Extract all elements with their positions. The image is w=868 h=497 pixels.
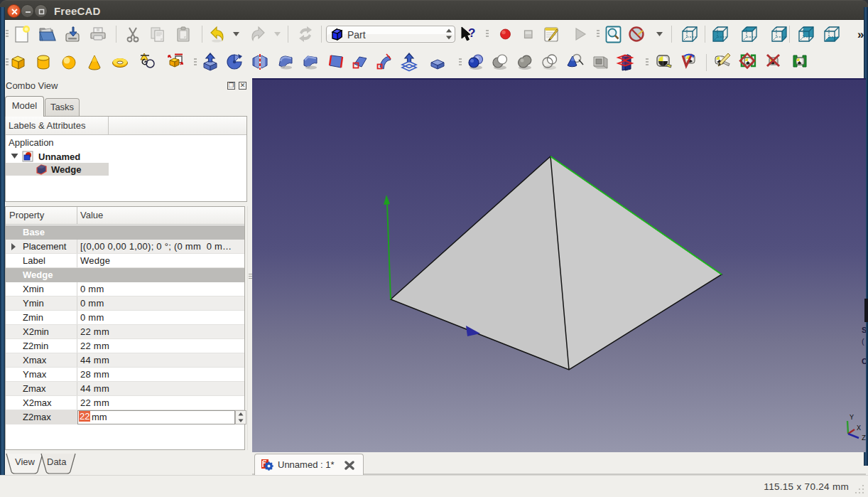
svg-text:Data: Data [47,456,67,467]
svg-text:Y: Y [850,414,854,422]
svg-text:(: ( [862,337,864,346]
svg-text:S: S [862,326,866,334]
svg-text:C: C [862,357,866,365]
svg-text:?: ? [468,26,475,40]
svg-text:»: » [857,28,864,41]
svg-text:Z: Z [862,434,866,442]
svg-text:Part: Part [347,29,366,41]
svg-text:X: X [857,424,861,432]
svg-text:View: View [15,456,36,467]
